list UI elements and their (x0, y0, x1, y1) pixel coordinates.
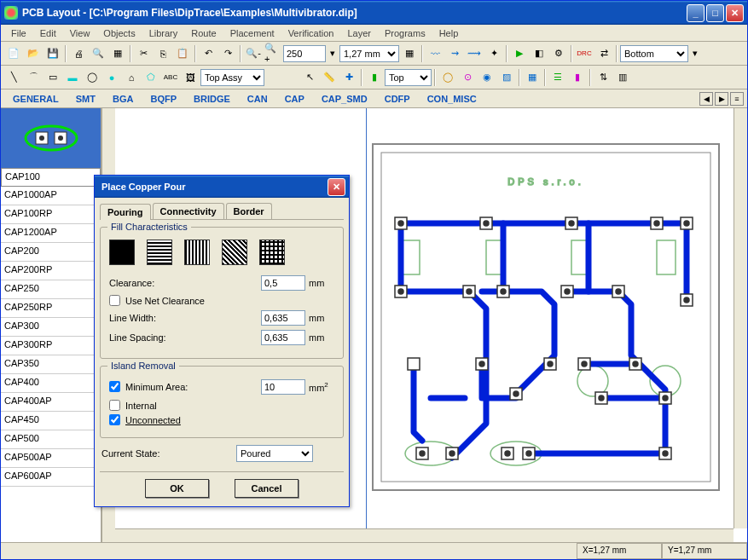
arc-icon[interactable]: ⌒ (24, 68, 43, 87)
component-list[interactable]: CAP100CAP1000APCAP100RPCAP1200APCAP200CA… (1, 168, 101, 542)
via-icon[interactable]: ⊙ (458, 68, 477, 87)
origin-icon[interactable]: ✚ (339, 68, 358, 87)
ok-button[interactable]: OK (145, 479, 209, 498)
linespacing-input[interactable] (261, 330, 305, 345)
pointer-icon[interactable]: ↖ (300, 68, 319, 87)
internal-checkbox[interactable] (109, 400, 120, 411)
titleblock-icon[interactable]: ▦ (108, 44, 127, 63)
dialog-tab-pouring[interactable]: Pouring (100, 204, 151, 220)
component-cap200[interactable]: CAP200 (1, 243, 101, 262)
hole-icon[interactable]: ◉ (478, 68, 496, 87)
zoom-dropdown-icon[interactable]: ▾ (327, 44, 339, 63)
new-icon[interactable]: 📄 (4, 44, 23, 63)
component-cap100rp[interactable]: CAP100RP (1, 205, 101, 224)
preview-icon[interactable]: 🔍 (89, 44, 107, 63)
layer-dropdown-icon[interactable]: ▾ (689, 44, 701, 63)
net-icon[interactable]: ✦ (484, 44, 503, 63)
layer2-icon[interactable]: ▮ (568, 68, 587, 87)
current-state-select[interactable]: Poured (236, 445, 313, 462)
horizontal-scrollbar[interactable] (115, 528, 734, 542)
line-icon[interactable]: ╲ (4, 68, 23, 87)
arrange-icon[interactable]: ◧ (530, 44, 548, 63)
pad-icon[interactable]: ◯ (438, 68, 457, 87)
lib-tab-con_misc[interactable]: CON_MISC (419, 91, 485, 107)
fill-vertical[interactable] (184, 240, 210, 265)
menu-view[interactable]: View (63, 26, 97, 40)
component-cap250rp[interactable]: CAP250RP (1, 299, 101, 318)
maximize-button[interactable]: □ (706, 4, 724, 22)
redo-icon[interactable]: ↷ (218, 44, 237, 63)
min-area-checkbox[interactable] (109, 381, 120, 392)
lib-tab-bqfp[interactable]: BQFP (142, 91, 185, 107)
undo-icon[interactable]: ↶ (199, 44, 217, 63)
menu-route[interactable]: Route (184, 26, 223, 40)
component-cap1000ap[interactable]: CAP1000AP (1, 187, 101, 205)
rect-icon[interactable]: ▭ (43, 68, 62, 87)
copy-icon[interactable]: ⎘ (154, 44, 172, 63)
component-cap300[interactable]: CAP300 (1, 318, 101, 337)
menu-placement[interactable]: Placement (223, 26, 281, 40)
grid-icon[interactable]: ▦ (400, 44, 419, 63)
dialog-tab-border[interactable]: Border (226, 203, 272, 219)
fill-solid[interactable] (109, 240, 135, 265)
component-cap600ap[interactable]: CAP600AP (1, 468, 101, 487)
lib-tab-cdfp[interactable]: CDFP (376, 91, 419, 107)
layer-select[interactable]: Bottom (620, 45, 688, 62)
run-icon[interactable]: ▶ (510, 44, 529, 63)
pattern-icon[interactable]: ▥ (613, 68, 632, 87)
clearance-input[interactable] (261, 275, 305, 291)
poly-fill-icon[interactable]: ⬠ (142, 68, 160, 87)
tab-scroll-left[interactable]: ◀ (699, 92, 713, 106)
zoom-input[interactable] (283, 45, 326, 62)
component-cap500[interactable]: CAP500 (1, 430, 101, 449)
open-icon[interactable]: 📂 (24, 44, 43, 63)
component-cap200rp[interactable]: CAP200RP (1, 262, 101, 280)
close-button[interactable]: ✕ (726, 4, 744, 22)
unconnected-checkbox[interactable] (109, 414, 120, 425)
paste-icon[interactable]: 📋 (173, 44, 192, 63)
route3-icon[interactable]: ⟿ (465, 44, 484, 63)
renumber-icon[interactable]: ⇅ (594, 68, 612, 87)
menu-file[interactable]: File (4, 26, 33, 40)
linewidth-input[interactable] (261, 310, 305, 326)
grid-pitch-select[interactable]: 1,27 mm (339, 45, 399, 62)
drc-icon[interactable]: DRC (575, 44, 594, 63)
component-cap350[interactable]: CAP350 (1, 355, 101, 374)
rect-fill-icon[interactable]: ▬ (63, 68, 82, 87)
gear-icon[interactable]: ⚙ (549, 44, 568, 63)
component-cap100[interactable]: CAP100 (1, 168, 101, 187)
zoom-out-icon[interactable]: 🔍- (244, 44, 263, 63)
menu-layer[interactable]: Layer (340, 26, 378, 40)
route-icon[interactable]: 〰 (426, 44, 444, 63)
text-icon[interactable]: ABC (161, 68, 180, 87)
lib-tab-bga[interactable]: BGA (104, 91, 142, 107)
tab-menu[interactable]: ≡ (730, 92, 744, 106)
menu-objects[interactable]: Objects (96, 26, 142, 40)
route2-icon[interactable]: ⇝ (445, 44, 464, 63)
menu-verification[interactable]: Verification (281, 26, 341, 40)
fill-grid[interactable] (259, 240, 285, 265)
vertical-scrollbar[interactable] (734, 108, 747, 528)
assy-select[interactable]: Top Assy (200, 69, 264, 86)
lib-tab-cap_smd[interactable]: CAP_SMD (313, 91, 376, 107)
lib-tab-cap[interactable]: CAP (276, 91, 313, 107)
component-cap400ap[interactable]: CAP400AP (1, 393, 101, 412)
lib-tab-general[interactable]: GENERAL (4, 91, 67, 107)
ellipse-icon[interactable]: ◯ (83, 68, 101, 87)
table-icon[interactable]: ▦ (523, 68, 542, 87)
cancel-button[interactable]: Cancel (235, 479, 299, 498)
cut-icon[interactable]: ✂ (134, 44, 153, 63)
zoom-in-icon[interactable]: 🔍+ (264, 44, 282, 63)
fill-horizontal[interactable] (147, 240, 172, 265)
component-cap300rp[interactable]: CAP300RP (1, 337, 101, 355)
lib-tab-smt[interactable]: SMT (67, 91, 104, 107)
component-cap1200ap[interactable]: CAP1200AP (1, 224, 101, 243)
use-net-clearance-checkbox[interactable] (109, 295, 120, 306)
menu-help[interactable]: Help (432, 26, 466, 40)
minimize-button[interactable]: _ (687, 4, 705, 22)
component-cap400[interactable]: CAP400 (1, 374, 101, 393)
tab-scroll-right[interactable]: ▶ (715, 92, 728, 106)
component-cap450[interactable]: CAP450 (1, 412, 101, 430)
dialog-close-button[interactable]: ✕ (328, 178, 345, 196)
netcheck-icon[interactable]: ⇄ (594, 44, 613, 63)
